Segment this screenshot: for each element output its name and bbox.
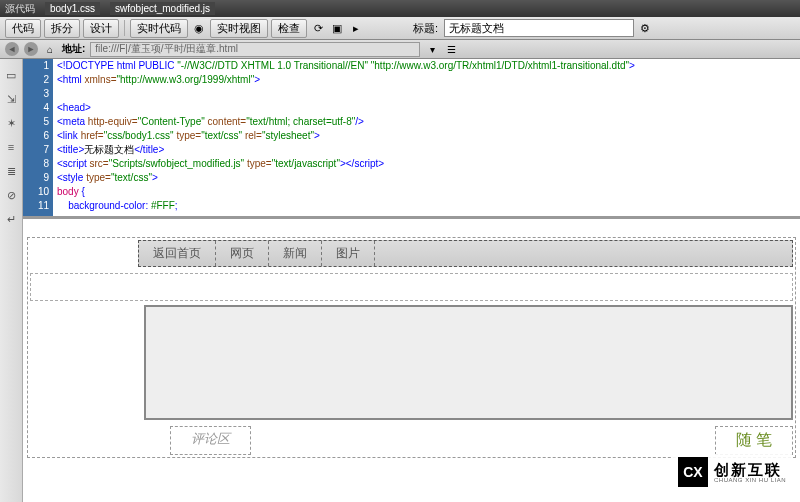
nav-web[interactable]: 网页: [216, 241, 269, 266]
main-toolbar: 代码 拆分 设计 实时代码 ◉ 实时视图 检查 ⟳ ▣ ▸ 标题: ⚙: [0, 17, 800, 40]
editor-area: 1234567891011 <!DOCTYPE html PUBLIC "-//…: [23, 59, 800, 502]
main-area: ▭ ⇲ ✶ ≡ ≣ ⊘ ↵ 1234567891011 <!DOCTYPE ht…: [0, 59, 800, 502]
page-outline: 返回首页 网页 新闻 图片 评论区 随 笔: [27, 237, 796, 458]
address-input[interactable]: [90, 42, 420, 57]
content-row: [30, 305, 793, 420]
expand-icon[interactable]: ⇲: [3, 91, 19, 107]
titlebar: 源代码 body1.css swfobject_modified.js: [0, 0, 800, 17]
separator: [124, 20, 125, 36]
content-box-left[interactable]: [144, 305, 793, 420]
footer-row: 评论区 随 笔: [30, 426, 793, 455]
outdent-icon[interactable]: ≣: [3, 163, 19, 179]
tag-icon[interactable]: ✶: [3, 115, 19, 131]
watermark-logo: CX: [678, 457, 708, 487]
comment-icon[interactable]: ⊘: [3, 187, 19, 203]
dropdown-icon[interactable]: ▾: [425, 42, 439, 56]
code-editor[interactable]: <!DOCTYPE html PUBLIC "-//W3C//DTD XHTML…: [53, 59, 800, 216]
title-label: 标题:: [413, 21, 438, 36]
settings-icon[interactable]: ⚙: [637, 20, 653, 36]
footer-left[interactable]: 评论区: [170, 426, 251, 455]
back-icon[interactable]: ◄: [5, 42, 19, 56]
split-button[interactable]: 拆分: [44, 19, 80, 38]
spacer: [30, 273, 793, 301]
address-bar: ◄ ► ⌂ 地址: ▾ ☰: [0, 40, 800, 59]
line-number-gutter: 1234567891011: [23, 59, 53, 216]
forward-icon[interactable]: ►: [24, 42, 38, 56]
nav-empty: [375, 241, 792, 266]
refresh-icon[interactable]: ⟳: [310, 20, 326, 36]
watermark-en: CHUANG XIN HU LIAN: [714, 477, 786, 483]
home-icon[interactable]: ⌂: [43, 42, 57, 56]
watermark: CX 创新互联 CHUANG XIN HU LIAN: [672, 454, 792, 490]
title-input[interactable]: [444, 19, 634, 37]
indent-icon[interactable]: ≡: [3, 139, 19, 155]
wrap-icon[interactable]: ↵: [3, 211, 19, 227]
live-code-icon[interactable]: ◉: [191, 20, 207, 36]
file-tab-css[interactable]: body1.css: [45, 2, 100, 15]
file-tab-js[interactable]: swfobject_modified.js: [110, 2, 215, 15]
code-view: 1234567891011 <!DOCTYPE html PUBLIC "-//…: [23, 59, 800, 219]
address-label: 地址:: [62, 42, 85, 56]
options-icon[interactable]: ▸: [348, 20, 364, 36]
watermark-cn: 创新互联: [714, 462, 786, 477]
design-button[interactable]: 设计: [83, 19, 119, 38]
footer-right[interactable]: 随 笔: [715, 426, 793, 455]
nav-row: 返回首页 网页 新闻 图片: [138, 240, 793, 267]
source-label: 源代码: [5, 2, 35, 16]
code-button[interactable]: 代码: [5, 19, 41, 38]
live-view-button[interactable]: 实时视图: [210, 19, 268, 38]
bookmark-icon[interactable]: ☰: [444, 42, 458, 56]
browse-icon[interactable]: ▣: [329, 20, 345, 36]
inspect-button[interactable]: 检查: [271, 19, 307, 38]
live-code-button[interactable]: 实时代码: [130, 19, 188, 38]
nav-image[interactable]: 图片: [322, 241, 375, 266]
selection-tool-icon[interactable]: ▭: [3, 67, 19, 83]
left-toolbar: ▭ ⇲ ✶ ≡ ≣ ⊘ ↵: [0, 59, 23, 502]
nav-home[interactable]: 返回首页: [139, 241, 216, 266]
nav-news[interactable]: 新闻: [269, 241, 322, 266]
